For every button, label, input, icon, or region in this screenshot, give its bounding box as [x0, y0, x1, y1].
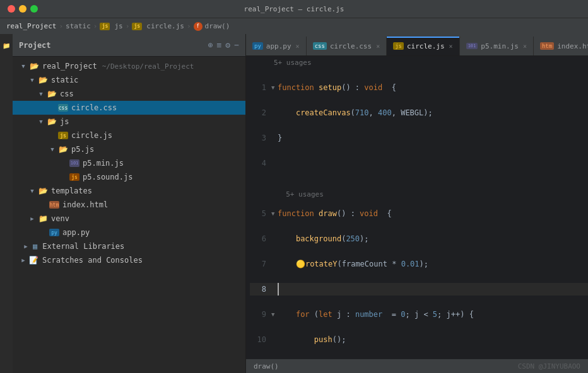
venv-folder-icon: 📁 — [38, 215, 48, 222]
tab-index-html-label: index.html — [557, 42, 588, 50]
tree-header: Project ⊕ ≡ ⚙ − — [13, 34, 245, 57]
tab-html-icon: htm — [540, 42, 554, 50]
real-project-folder-icon: 📂 — [29, 62, 39, 70]
fold-5[interactable]: ▼ — [271, 207, 278, 220]
tree-item-css[interactable]: ▼ 📂 css — [13, 87, 245, 101]
project-icon[interactable]: 📁 — [1, 40, 11, 50]
tree-item-app-py[interactable]: py app.py — [13, 226, 245, 239]
tab-num-icon: 101 — [466, 43, 478, 49]
tab-close-circlecss[interactable]: × — [376, 43, 380, 50]
tree-item-scratches[interactable]: ▶ 📝 Scratches and Consoles — [13, 253, 245, 267]
line-num-1: 1 — [250, 81, 271, 94]
tab-circle-js[interactable]: js circle.js × — [387, 37, 459, 55]
scratches-icon: 📝 — [29, 256, 38, 265]
tree-item-static[interactable]: ▼ 📂 static — [13, 73, 245, 87]
code-content[interactable]: 1 ▼ function setup() : void { 2 createCa… — [246, 69, 588, 359]
circle-js-icon: js — [58, 132, 68, 139]
css-folder-icon: 📂 — [47, 90, 57, 98]
fold-9[interactable]: ▼ — [271, 308, 278, 321]
tab-close-circlejs[interactable]: × — [449, 43, 453, 50]
tab-circle-css[interactable]: css circle.css × — [307, 37, 387, 55]
breadcrumb-circlejs[interactable]: circle.js — [146, 22, 184, 30]
minimize-button[interactable] — [19, 5, 26, 13]
circlejs-icon: js — [132, 23, 142, 30]
tree-item-templates[interactable]: ▼ 📂 templates — [13, 184, 245, 198]
folder-arrow-p5js: ▼ — [48, 146, 57, 152]
circle-js-label: circle.js — [71, 131, 112, 140]
tree-item-p5sound[interactable]: js p5.sound.js — [13, 170, 245, 184]
line-num-7: 7 — [250, 258, 271, 270]
tree-title: Project — [19, 41, 204, 50]
window-controls[interactable] — [8, 5, 38, 13]
tab-py-icon: py — [252, 42, 263, 50]
circle-css-icon: css — [58, 104, 68, 112]
tree-item-circle-js[interactable]: js circle.js — [13, 129, 245, 142]
code-line-6: 6 background(250); — [250, 232, 588, 245]
tree-actions[interactable]: ⊕ ≡ ⚙ − — [208, 40, 239, 50]
real-project-label: real_Project — [42, 62, 97, 71]
folder-arrow-js: ▼ — [37, 118, 45, 125]
usage-hint: 5+ usages — [246, 56, 588, 69]
static-folder-icon: 📂 — [38, 76, 48, 84]
p5js-folder-icon: 📂 — [58, 146, 68, 153]
titlebar: real_Project – circle.js — [0, 0, 588, 18]
tree-item-js[interactable]: ▼ 📂 js — [13, 115, 245, 129]
folder-arrow-scratches: ▶ — [19, 257, 28, 263]
collapse-icon[interactable]: ≡ — [217, 40, 222, 50]
tree-item-p5min[interactable]: 101 p5.min.js — [13, 156, 245, 170]
templates-label: templates — [51, 186, 92, 195]
circle-css-label: circle.css — [71, 103, 117, 112]
tree-item-circle-css[interactable]: css circle.css — [13, 101, 245, 115]
tree-item-p5js[interactable]: ▼ 📂 p5.js — [13, 142, 245, 156]
code-line-10: 10 push(); — [250, 333, 588, 346]
apppy-label: app.py — [62, 228, 90, 237]
extlibs-icon: ▦ — [33, 242, 37, 251]
file-tree: Project ⊕ ≡ ⚙ − ▼ 📂 real_Project ~/Deskt… — [13, 34, 246, 373]
js-label: js — [60, 117, 69, 126]
tab-app-py[interactable]: py app.py × — [246, 37, 307, 55]
folder-arrow-static: ▼ — [28, 77, 37, 83]
breadcrumb-static[interactable]: static — [66, 22, 91, 30]
maximize-button[interactable] — [30, 5, 38, 13]
extlibs-label: External Libraries — [42, 242, 124, 251]
p5sound-label: p5.sound.js — [83, 173, 132, 181]
breadcrumb-js[interactable]: js — [114, 22, 122, 30]
code-line-8: 8 — [250, 283, 588, 296]
tab-index-html[interactable]: htm index.html × — [534, 37, 588, 55]
tab-p5min[interactable]: 101 p5.min.js × — [460, 37, 534, 55]
line-num-2: 2 — [250, 106, 271, 119]
tree-item-real-project[interactable]: ▼ 📂 real_Project ~/Desktop/real_Project — [13, 59, 245, 73]
folder-arrow-extlibs: ▶ — [21, 243, 30, 250]
fold-1[interactable]: ▼ — [271, 81, 278, 94]
code-line-4: 4 — [250, 157, 588, 169]
breadcrumb-project[interactable]: real_Project — [6, 22, 56, 30]
tab-close-apppy[interactable]: × — [296, 43, 300, 50]
tree-item-venv[interactable]: ▶ 📁 venv — [13, 212, 245, 226]
js-folder-icon: 📂 — [47, 118, 57, 125]
code-line-1: 1 ▼ function setup() : void { — [250, 81, 588, 94]
close-panel-icon[interactable]: − — [234, 40, 239, 50]
line-num-5: 5 — [250, 207, 271, 220]
p5min-label: p5.min.js — [83, 159, 124, 168]
tab-circle-css-label: circle.css — [330, 42, 372, 50]
new-file-icon[interactable]: ⊕ — [208, 40, 213, 50]
code-editor[interactable]: 1 ▼ function setup() : void { 2 createCa… — [246, 69, 588, 359]
breadcrumb-draw[interactable]: draw() — [205, 22, 230, 30]
settings-icon[interactable]: ⚙ — [225, 40, 230, 50]
tree-body[interactable]: ▼ 📂 real_Project ~/Desktop/real_Project … — [13, 57, 245, 373]
code-line-9: 9 ▼ for (let j : number = 0; j < 5; j++)… — [250, 308, 588, 321]
line-num-9: 9 — [250, 308, 271, 321]
window-title: real_Project – circle.js — [244, 5, 344, 13]
folder-arrow-templates: ▼ — [28, 188, 37, 194]
code-line-usagehint2: 5+ usages — [250, 182, 588, 195]
tab-close-p5min[interactable]: × — [523, 43, 527, 50]
tab-circle-js-label: circle.js — [407, 42, 445, 50]
tab-css-icon: css — [313, 42, 327, 50]
p5js-label: p5.js — [71, 145, 94, 154]
line-num-10: 10 — [250, 333, 271, 346]
breadcrumb: real_Project › static › js js › js circl… — [0, 18, 588, 34]
tree-item-index-html[interactable]: htm index.html — [13, 198, 245, 212]
tree-item-ext-libs[interactable]: ▶ ▦ External Libraries — [13, 239, 245, 253]
code-line-3: 3 } — [250, 132, 588, 144]
close-button[interactable] — [8, 5, 15, 13]
